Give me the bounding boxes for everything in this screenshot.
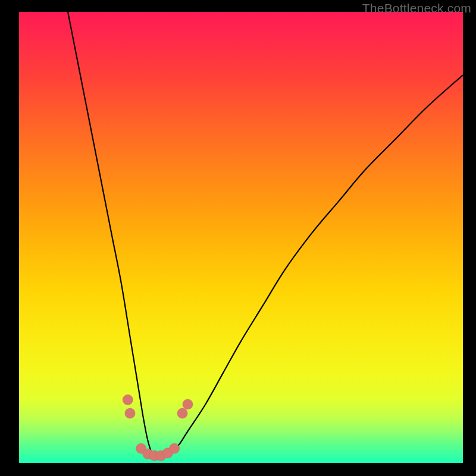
bottleneck-curve — [68, 12, 463, 459]
plot-area — [19, 12, 463, 463]
data-marker — [123, 394, 133, 405]
curve-markers — [123, 394, 193, 461]
curve-layer — [19, 12, 463, 463]
data-marker — [170, 443, 180, 453]
data-marker — [183, 399, 193, 409]
data-marker — [177, 408, 187, 418]
chart-frame: TheBottleneck.com — [0, 0, 476, 476]
watermark-text: TheBottleneck.com — [362, 1, 471, 15]
data-marker — [125, 408, 135, 418]
